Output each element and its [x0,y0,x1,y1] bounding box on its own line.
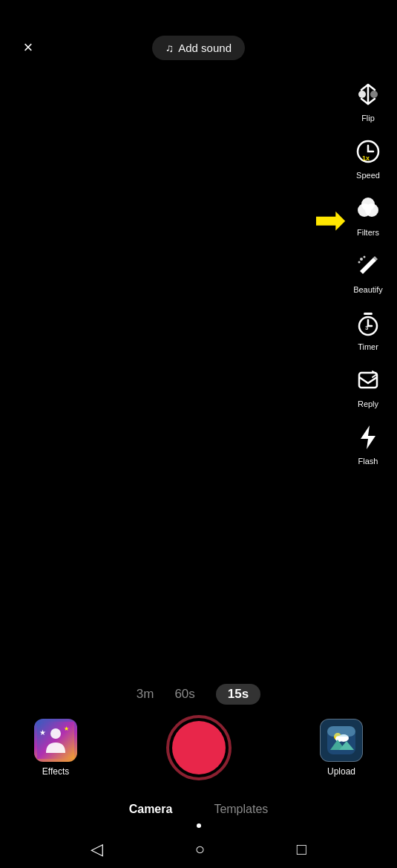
svg-point-0 [358,91,366,98]
svg-rect-13 [364,313,373,315]
flip-label: Flip [361,114,375,123]
svg-text:3: 3 [365,324,369,331]
filters-tool[interactable]: Filters [348,189,388,240]
add-sound-label: Add sound [178,42,232,54]
music-note-icon: ♫ [165,42,174,54]
upload-label: Upload [327,766,355,777]
close-button[interactable]: × [15,34,42,61]
beautify-label: Beautify [353,285,383,294]
flip-icon [351,77,385,111]
svg-point-1 [370,91,378,98]
top-bar: × ♫ Add sound [0,27,397,68]
timer-tool[interactable]: 3 Timer [348,303,388,354]
svg-point-10 [360,258,363,261]
duration-3m[interactable]: 3m [137,687,154,702]
tab-active-indicator [197,823,201,828]
back-button[interactable]: ◁ [91,840,103,859]
filters-icon [351,192,385,226]
home-indicator-row: ◁ ○ □ [0,832,397,868]
bottom-area: 3m 60s 15s [0,676,397,868]
flash-icon [351,420,385,454]
bottom-tabs: Camera Templates [0,792,397,823]
recents-button[interactable]: □ [297,840,306,859]
effects-thumbnail: ★ ★ [34,719,77,762]
right-tools-panel: Flip 1x Speed Filters [348,74,388,469]
upload-button[interactable]: Upload [315,719,367,777]
speed-label: Speed [356,171,380,180]
timer-label: Timer [358,342,378,351]
reply-tool[interactable]: Reply [348,360,388,411]
duration-selector: 3m 60s 15s [0,676,397,715]
beautify-icon [351,249,385,283]
svg-marker-19 [361,425,375,449]
flip-tool[interactable]: Flip [348,74,388,125]
tab-templates[interactable]: Templates [208,800,274,819]
flash-tool[interactable]: Flash [348,417,388,469]
reply-icon [351,363,385,397]
home-button[interactable]: ○ [195,840,205,859]
svg-point-27 [335,736,343,742]
record-button[interactable] [166,715,232,780]
record-row: ★ ★ Effects [0,715,397,792]
speed-tool[interactable]: 1x Speed [348,131,388,183]
svg-point-11 [364,256,366,258]
beautify-tool[interactable]: Beautify [348,246,388,297]
filters-label: Filters [357,228,379,237]
effects-thumbnail-art: ★ ★ [34,719,77,762]
effects-label: Effects [42,766,69,777]
add-sound-button[interactable]: ♫ Add sound [152,36,245,60]
svg-rect-18 [359,373,377,388]
svg-point-12 [358,261,361,264]
svg-text:1x: 1x [362,154,370,162]
duration-60s[interactable]: 60s [174,687,194,702]
svg-text:★: ★ [64,725,69,732]
tab-camera[interactable]: Camera [123,800,179,819]
yellow-arrow-indicator: ➡ [314,200,347,239]
svg-point-6 [361,198,375,211]
upload-icon [320,719,363,762]
svg-text:★: ★ [39,728,46,737]
timer-icon: 3 [351,306,385,340]
record-button-inner [172,721,226,774]
speed-icon: 1x [351,134,385,169]
tab-indicator-row [0,823,397,832]
effects-button[interactable]: ★ ★ Effects [30,719,82,777]
svg-rect-30 [327,726,355,737]
svg-point-21 [50,728,61,739]
reply-label: Reply [358,399,378,408]
flash-label: Flash [358,457,378,466]
duration-15s[interactable]: 15s [216,684,260,705]
